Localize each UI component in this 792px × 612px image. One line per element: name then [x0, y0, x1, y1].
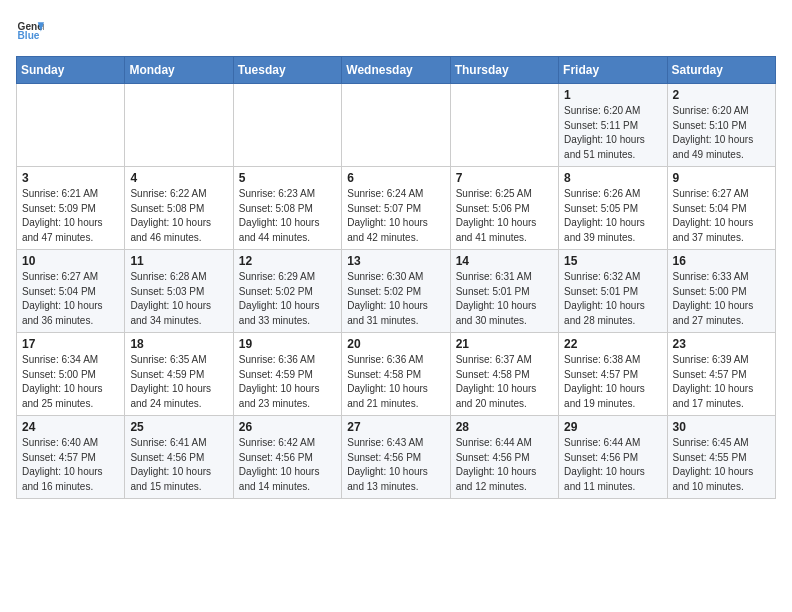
day-number: 20 — [347, 337, 444, 351]
calendar-cell: 15Sunrise: 6:32 AM Sunset: 5:01 PM Dayli… — [559, 250, 667, 333]
calendar-cell: 26Sunrise: 6:42 AM Sunset: 4:56 PM Dayli… — [233, 416, 341, 499]
cell-info: Sunrise: 6:44 AM Sunset: 4:56 PM Dayligh… — [564, 436, 661, 494]
weekday-header-friday: Friday — [559, 57, 667, 84]
cell-info: Sunrise: 6:40 AM Sunset: 4:57 PM Dayligh… — [22, 436, 119, 494]
page-header: General Blue — [16, 16, 776, 44]
cell-info: Sunrise: 6:22 AM Sunset: 5:08 PM Dayligh… — [130, 187, 227, 245]
calendar-cell: 18Sunrise: 6:35 AM Sunset: 4:59 PM Dayli… — [125, 333, 233, 416]
weekday-header-thursday: Thursday — [450, 57, 558, 84]
calendar-cell: 2Sunrise: 6:20 AM Sunset: 5:10 PM Daylig… — [667, 84, 775, 167]
calendar-cell: 22Sunrise: 6:38 AM Sunset: 4:57 PM Dayli… — [559, 333, 667, 416]
cell-info: Sunrise: 6:34 AM Sunset: 5:00 PM Dayligh… — [22, 353, 119, 411]
calendar-cell: 25Sunrise: 6:41 AM Sunset: 4:56 PM Dayli… — [125, 416, 233, 499]
cell-info: Sunrise: 6:39 AM Sunset: 4:57 PM Dayligh… — [673, 353, 770, 411]
svg-text:Blue: Blue — [18, 30, 40, 41]
cell-info: Sunrise: 6:20 AM Sunset: 5:11 PM Dayligh… — [564, 104, 661, 162]
day-number: 5 — [239, 171, 336, 185]
calendar-cell — [125, 84, 233, 167]
calendar-cell: 5Sunrise: 6:23 AM Sunset: 5:08 PM Daylig… — [233, 167, 341, 250]
day-number: 22 — [564, 337, 661, 351]
calendar-cell: 4Sunrise: 6:22 AM Sunset: 5:08 PM Daylig… — [125, 167, 233, 250]
logo: General Blue — [16, 16, 46, 44]
cell-info: Sunrise: 6:35 AM Sunset: 4:59 PM Dayligh… — [130, 353, 227, 411]
logo-icon: General Blue — [16, 16, 44, 44]
calendar-cell: 19Sunrise: 6:36 AM Sunset: 4:59 PM Dayli… — [233, 333, 341, 416]
cell-info: Sunrise: 6:24 AM Sunset: 5:07 PM Dayligh… — [347, 187, 444, 245]
calendar-cell: 10Sunrise: 6:27 AM Sunset: 5:04 PM Dayli… — [17, 250, 125, 333]
cell-info: Sunrise: 6:20 AM Sunset: 5:10 PM Dayligh… — [673, 104, 770, 162]
day-number: 6 — [347, 171, 444, 185]
calendar-cell: 29Sunrise: 6:44 AM Sunset: 4:56 PM Dayli… — [559, 416, 667, 499]
day-number: 3 — [22, 171, 119, 185]
cell-info: Sunrise: 6:32 AM Sunset: 5:01 PM Dayligh… — [564, 270, 661, 328]
calendar-cell: 7Sunrise: 6:25 AM Sunset: 5:06 PM Daylig… — [450, 167, 558, 250]
cell-info: Sunrise: 6:41 AM Sunset: 4:56 PM Dayligh… — [130, 436, 227, 494]
calendar-cell: 8Sunrise: 6:26 AM Sunset: 5:05 PM Daylig… — [559, 167, 667, 250]
day-number: 15 — [564, 254, 661, 268]
day-number: 7 — [456, 171, 553, 185]
calendar-week-2: 3Sunrise: 6:21 AM Sunset: 5:09 PM Daylig… — [17, 167, 776, 250]
day-number: 4 — [130, 171, 227, 185]
day-number: 28 — [456, 420, 553, 434]
calendar-week-5: 24Sunrise: 6:40 AM Sunset: 4:57 PM Dayli… — [17, 416, 776, 499]
calendar-cell: 17Sunrise: 6:34 AM Sunset: 5:00 PM Dayli… — [17, 333, 125, 416]
day-number: 18 — [130, 337, 227, 351]
weekday-header-sunday: Sunday — [17, 57, 125, 84]
cell-info: Sunrise: 6:28 AM Sunset: 5:03 PM Dayligh… — [130, 270, 227, 328]
cell-info: Sunrise: 6:30 AM Sunset: 5:02 PM Dayligh… — [347, 270, 444, 328]
day-number: 19 — [239, 337, 336, 351]
cell-info: Sunrise: 6:44 AM Sunset: 4:56 PM Dayligh… — [456, 436, 553, 494]
weekday-header-saturday: Saturday — [667, 57, 775, 84]
cell-info: Sunrise: 6:37 AM Sunset: 4:58 PM Dayligh… — [456, 353, 553, 411]
day-number: 1 — [564, 88, 661, 102]
day-number: 10 — [22, 254, 119, 268]
cell-info: Sunrise: 6:27 AM Sunset: 5:04 PM Dayligh… — [22, 270, 119, 328]
calendar-cell: 9Sunrise: 6:27 AM Sunset: 5:04 PM Daylig… — [667, 167, 775, 250]
calendar-cell: 14Sunrise: 6:31 AM Sunset: 5:01 PM Dayli… — [450, 250, 558, 333]
calendar-cell — [450, 84, 558, 167]
day-number: 26 — [239, 420, 336, 434]
day-number: 17 — [22, 337, 119, 351]
calendar-cell: 16Sunrise: 6:33 AM Sunset: 5:00 PM Dayli… — [667, 250, 775, 333]
day-number: 13 — [347, 254, 444, 268]
calendar-cell: 21Sunrise: 6:37 AM Sunset: 4:58 PM Dayli… — [450, 333, 558, 416]
calendar-cell — [233, 84, 341, 167]
weekday-header-monday: Monday — [125, 57, 233, 84]
calendar-cell: 27Sunrise: 6:43 AM Sunset: 4:56 PM Dayli… — [342, 416, 450, 499]
calendar-cell: 24Sunrise: 6:40 AM Sunset: 4:57 PM Dayli… — [17, 416, 125, 499]
calendar-cell: 13Sunrise: 6:30 AM Sunset: 5:02 PM Dayli… — [342, 250, 450, 333]
cell-info: Sunrise: 6:36 AM Sunset: 4:59 PM Dayligh… — [239, 353, 336, 411]
calendar-week-1: 1Sunrise: 6:20 AM Sunset: 5:11 PM Daylig… — [17, 84, 776, 167]
calendar-cell: 23Sunrise: 6:39 AM Sunset: 4:57 PM Dayli… — [667, 333, 775, 416]
cell-info: Sunrise: 6:27 AM Sunset: 5:04 PM Dayligh… — [673, 187, 770, 245]
day-number: 2 — [673, 88, 770, 102]
calendar-cell — [17, 84, 125, 167]
day-number: 12 — [239, 254, 336, 268]
weekday-header-row: SundayMondayTuesdayWednesdayThursdayFrid… — [17, 57, 776, 84]
day-number: 30 — [673, 420, 770, 434]
cell-info: Sunrise: 6:33 AM Sunset: 5:00 PM Dayligh… — [673, 270, 770, 328]
weekday-header-tuesday: Tuesday — [233, 57, 341, 84]
calendar-table: SundayMondayTuesdayWednesdayThursdayFrid… — [16, 56, 776, 499]
cell-info: Sunrise: 6:45 AM Sunset: 4:55 PM Dayligh… — [673, 436, 770, 494]
cell-info: Sunrise: 6:23 AM Sunset: 5:08 PM Dayligh… — [239, 187, 336, 245]
cell-info: Sunrise: 6:26 AM Sunset: 5:05 PM Dayligh… — [564, 187, 661, 245]
cell-info: Sunrise: 6:43 AM Sunset: 4:56 PM Dayligh… — [347, 436, 444, 494]
calendar-cell: 20Sunrise: 6:36 AM Sunset: 4:58 PM Dayli… — [342, 333, 450, 416]
calendar-cell: 11Sunrise: 6:28 AM Sunset: 5:03 PM Dayli… — [125, 250, 233, 333]
cell-info: Sunrise: 6:31 AM Sunset: 5:01 PM Dayligh… — [456, 270, 553, 328]
day-number: 29 — [564, 420, 661, 434]
cell-info: Sunrise: 6:29 AM Sunset: 5:02 PM Dayligh… — [239, 270, 336, 328]
day-number: 16 — [673, 254, 770, 268]
calendar-week-4: 17Sunrise: 6:34 AM Sunset: 5:00 PM Dayli… — [17, 333, 776, 416]
day-number: 23 — [673, 337, 770, 351]
cell-info: Sunrise: 6:36 AM Sunset: 4:58 PM Dayligh… — [347, 353, 444, 411]
day-number: 21 — [456, 337, 553, 351]
day-number: 9 — [673, 171, 770, 185]
day-number: 24 — [22, 420, 119, 434]
cell-info: Sunrise: 6:42 AM Sunset: 4:56 PM Dayligh… — [239, 436, 336, 494]
day-number: 8 — [564, 171, 661, 185]
weekday-header-wednesday: Wednesday — [342, 57, 450, 84]
calendar-cell: 1Sunrise: 6:20 AM Sunset: 5:11 PM Daylig… — [559, 84, 667, 167]
cell-info: Sunrise: 6:38 AM Sunset: 4:57 PM Dayligh… — [564, 353, 661, 411]
